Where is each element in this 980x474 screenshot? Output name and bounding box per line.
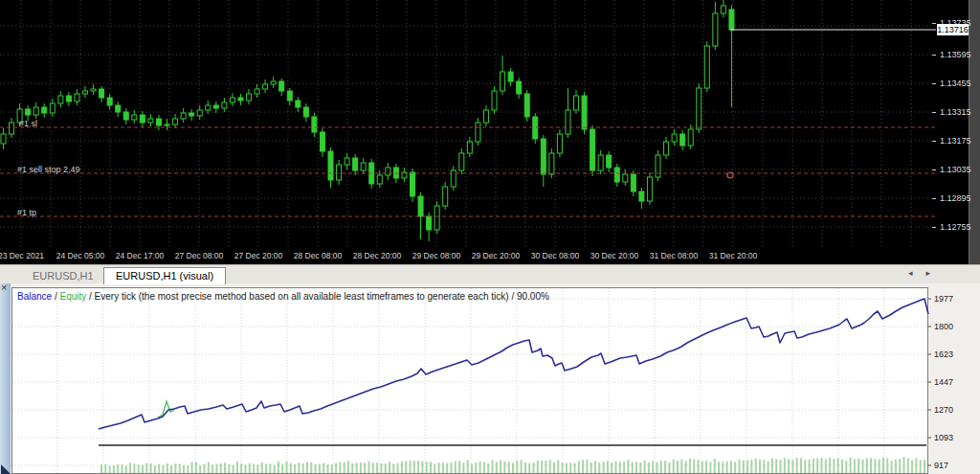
date-axis-label: 27 Dec 20:00 bbox=[234, 251, 283, 260]
date-axis-label: 28 Dec 08:00 bbox=[294, 251, 343, 260]
price-tick bbox=[932, 169, 936, 170]
date-axis-label: 29 Dec 08:00 bbox=[412, 251, 461, 260]
price-axis-label: 1.13315 bbox=[940, 107, 971, 117]
date-axis-label: 23 Dec 2021 bbox=[0, 251, 44, 260]
date-axis-label: 27 Dec 08:00 bbox=[175, 251, 224, 260]
date-axis-label: 29 Dec 20:00 bbox=[472, 251, 521, 260]
price-axis-label: 1.13455 bbox=[940, 79, 971, 88]
legend-equity: Equity bbox=[59, 291, 86, 302]
price-tick bbox=[932, 83, 936, 84]
order-label-sell-stop: #1 sell stop 2.49 bbox=[17, 165, 80, 174]
price-tick bbox=[932, 141, 936, 142]
tab-scroll-left-icon[interactable]: ◂ bbox=[908, 268, 926, 278]
price-axis-label: 1.12755 bbox=[940, 222, 971, 232]
tester-y-axis-label: 1623 bbox=[934, 350, 953, 359]
tester-y-axis-label: 1977 bbox=[934, 294, 953, 304]
price-tick bbox=[932, 112, 936, 113]
date-axis-label: 31 Dec 08:00 bbox=[650, 251, 699, 260]
price-axis-label: 1.12895 bbox=[940, 193, 971, 203]
price-axis-label: 1.13175 bbox=[940, 136, 971, 146]
tab-scroll-arrows: ◂▸ bbox=[908, 268, 944, 278]
tester-y-axis-label: 1447 bbox=[934, 377, 953, 387]
legend-method: / Every tick (the most precise method ba… bbox=[86, 291, 549, 302]
chart-tab-bar: EURUSD,H1 EURUSD,H1 (visual) ◂▸ bbox=[0, 264, 980, 283]
date-axis-label: 24 Dec 05:00 bbox=[56, 251, 105, 260]
price-tick bbox=[932, 55, 936, 56]
price-tick bbox=[932, 23, 936, 24]
date-axis-label: 30 Dec 20:00 bbox=[590, 251, 639, 260]
date-axis[interactable]: 23 Dec 202124 Dec 05:0024 Dec 17:0027 De… bbox=[0, 247, 969, 264]
tester-graph-panel: × Balance / Equity / Every tick (the mos… bbox=[0, 283, 980, 474]
mt4-strategy-tester-screen: #1 sl #1 sell stop 2.49 #1 tp 1.13716 1.… bbox=[0, 0, 980, 474]
date-axis-label: 24 Dec 17:00 bbox=[116, 251, 165, 260]
price-tick bbox=[932, 198, 936, 199]
tester-legend: Balance / Equity / Every tick (the most … bbox=[17, 291, 549, 302]
date-axis-label: 28 Dec 20:00 bbox=[353, 251, 402, 260]
candlestick-chart[interactable]: #1 sl #1 sell stop 2.49 #1 tp bbox=[0, 0, 936, 247]
date-axis-label: 31 Dec 20:00 bbox=[709, 251, 758, 260]
price-axis-label: 1.13035 bbox=[940, 165, 971, 174]
price-axis[interactable]: 1.13716 1.137351.135951.134551.133151.13… bbox=[936, 0, 969, 247]
tester-graph-svg bbox=[0, 283, 980, 474]
order-label-tp: #1 tp bbox=[17, 208, 36, 217]
price-axis-label: 1.13595 bbox=[940, 50, 971, 59]
order-label-sl: #1 sl bbox=[19, 119, 37, 128]
candlestick-svg bbox=[0, 0, 936, 247]
legend-balance: Balance bbox=[17, 291, 52, 302]
tester-y-axis-label: 1270 bbox=[934, 405, 953, 415]
tab-scroll-right-icon[interactable]: ▸ bbox=[925, 268, 944, 278]
tester-y-axis-label: 1800 bbox=[934, 322, 953, 331]
tester-y-axis-label: 1093 bbox=[934, 433, 953, 442]
date-axis-label: 30 Dec 08:00 bbox=[531, 251, 580, 260]
tester-y-axis-label: 917 bbox=[934, 461, 948, 470]
price-tick bbox=[932, 227, 936, 228]
close-icon[interactable]: × bbox=[1, 282, 7, 293]
tab-eurusd-h1-visual[interactable]: EURUSD,H1 (visual) bbox=[103, 267, 226, 284]
tab-eurusd-h1[interactable]: EURUSD,H1 bbox=[21, 267, 105, 284]
current-price-badge: 1.13716 bbox=[937, 24, 969, 35]
